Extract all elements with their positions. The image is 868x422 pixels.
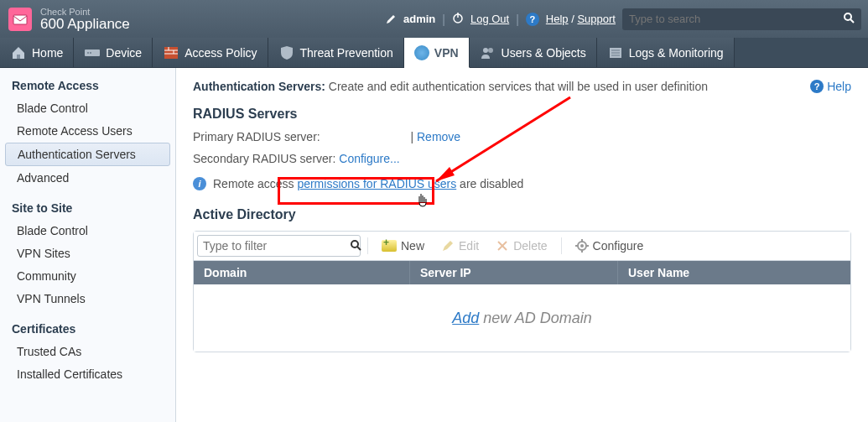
svg-point-22 xyxy=(351,241,358,247)
active-directory-panel: New Edit Delete Configure Domain Se xyxy=(193,231,851,352)
pencil-icon xyxy=(385,13,397,25)
svg-rect-9 xyxy=(164,47,178,59)
column-user-name[interactable]: User Name xyxy=(618,261,850,284)
user-label: admin xyxy=(403,13,435,25)
sidebar-heading-remote-access: Remote Access xyxy=(0,75,175,96)
help-link[interactable]: Help xyxy=(546,13,569,25)
search-icon[interactable] xyxy=(350,239,361,253)
help-icon: ? xyxy=(810,80,824,93)
brand-logo xyxy=(8,8,32,31)
support-link[interactable]: Support xyxy=(577,13,616,25)
svg-rect-0 xyxy=(13,15,27,24)
radius-servers-heading: RADIUS Servers xyxy=(193,107,851,122)
remove-primary-link[interactable]: Remove xyxy=(417,130,460,143)
delete-icon xyxy=(496,239,509,253)
svg-line-23 xyxy=(357,247,361,250)
ad-table-body: Add new AD Domain xyxy=(194,284,850,352)
sidebar-item-installed-certificates[interactable]: Installed Certificates xyxy=(5,363,170,385)
tab-vpn[interactable]: VPN xyxy=(404,38,470,68)
app-header: Check Point 600 Appliance admin | Log Ou… xyxy=(0,0,868,38)
edit-button[interactable]: Edit xyxy=(434,236,486,256)
ad-table-header: Domain Server IP User Name xyxy=(194,261,850,284)
tab-access-policy[interactable]: Access Policy xyxy=(153,38,268,67)
main-nav: Home Device Access Policy Threat Prevent… xyxy=(0,38,868,68)
sidebar-item-blade-control-s2s[interactable]: Blade Control xyxy=(5,220,170,242)
gear-icon xyxy=(575,239,589,253)
svg-point-7 xyxy=(87,52,89,54)
logout-link[interactable]: Log Out xyxy=(470,13,509,25)
svg-point-3 xyxy=(845,13,851,20)
sidebar-item-authentication-servers[interactable]: Authentication Servers xyxy=(5,143,170,166)
sidebar: Remote Access Blade Control Remote Acces… xyxy=(0,68,176,422)
ad-filter-box[interactable] xyxy=(197,235,361,257)
home-icon xyxy=(10,44,27,61)
info-icon: i xyxy=(193,177,206,190)
separator: | xyxy=(442,13,445,26)
sidebar-item-blade-control[interactable]: Blade Control xyxy=(5,97,170,119)
content-area: Authentication Servers: Create and edit … xyxy=(176,68,868,422)
new-icon xyxy=(382,240,397,252)
edit-icon xyxy=(441,239,455,253)
shield-icon xyxy=(278,44,295,61)
tab-device[interactable]: Device xyxy=(74,38,153,67)
ad-filter-input[interactable] xyxy=(203,239,350,253)
cursor-icon xyxy=(417,193,430,208)
brand-small: Check Point xyxy=(40,8,130,17)
svg-line-4 xyxy=(850,19,854,23)
svg-rect-6 xyxy=(85,49,100,56)
active-directory-heading: Active Directory xyxy=(193,207,851,222)
page-title: Authentication Servers: Create and edit … xyxy=(193,80,708,93)
logs-icon xyxy=(607,44,624,61)
firewall-icon xyxy=(163,44,179,61)
tab-logs-monitoring[interactable]: Logs & Monitoring xyxy=(597,38,735,67)
device-icon xyxy=(84,44,101,61)
tab-threat-prevention[interactable]: Threat Prevention xyxy=(268,38,404,67)
tab-users-objects[interactable]: Users & Objects xyxy=(470,38,597,67)
ad-toolbar: New Edit Delete Configure xyxy=(194,232,850,261)
power-icon xyxy=(452,12,464,26)
svg-rect-5 xyxy=(17,55,20,59)
svg-point-15 xyxy=(488,48,493,53)
page-help-link[interactable]: ? Help xyxy=(810,80,851,93)
search-icon[interactable] xyxy=(843,12,855,26)
sidebar-item-vpn-sites[interactable]: VPN Sites xyxy=(5,242,170,264)
help-icon: ? xyxy=(526,13,539,26)
sidebar-heading-site-to-site: Site to Site xyxy=(0,197,175,219)
sidebar-item-trusted-cas[interactable]: Trusted CAs xyxy=(5,341,170,362)
column-server-ip[interactable]: Server IP xyxy=(410,261,618,284)
primary-radius-row: Primary RADIUS server: | Remove xyxy=(193,130,851,143)
add-ad-domain-link[interactable]: Add xyxy=(452,310,479,326)
sidebar-item-community[interactable]: Community xyxy=(5,265,170,287)
configure-secondary-link[interactable]: Configure... xyxy=(339,152,399,165)
permissions-radius-users-link[interactable]: permissions for RADIUS users xyxy=(297,177,456,190)
sidebar-heading-certificates: Certificates xyxy=(0,318,175,340)
users-icon xyxy=(480,44,496,61)
tab-home[interactable]: Home xyxy=(0,38,74,67)
column-domain[interactable]: Domain xyxy=(194,261,410,284)
svg-point-27 xyxy=(580,244,584,247)
sidebar-item-vpn-tunnels[interactable]: VPN Tunnels xyxy=(5,288,170,310)
search-input[interactable] xyxy=(629,13,843,25)
separator: | xyxy=(516,13,519,26)
radius-info-row: i Remote access permissions for RADIUS u… xyxy=(193,177,851,190)
svg-point-14 xyxy=(483,48,488,53)
brand-title: Check Point 600 Appliance xyxy=(40,8,130,31)
toolbar-separator xyxy=(561,237,562,254)
toolbar-separator xyxy=(367,237,368,254)
sidebar-item-advanced[interactable]: Advanced xyxy=(5,167,170,189)
configure-button[interactable]: Configure xyxy=(569,236,651,256)
globe-icon xyxy=(414,45,429,60)
delete-button[interactable]: Delete xyxy=(489,236,554,256)
svg-point-8 xyxy=(90,52,91,54)
sidebar-item-remote-access-users[interactable]: Remote Access Users xyxy=(5,120,170,142)
brand-large: 600 Appliance xyxy=(40,17,130,31)
new-button[interactable]: New xyxy=(375,236,431,256)
secondary-radius-row: Secondary RADIUS server: Configure... xyxy=(193,152,851,165)
global-search[interactable] xyxy=(622,8,861,30)
empty-state: Add new AD Domain xyxy=(452,310,591,327)
